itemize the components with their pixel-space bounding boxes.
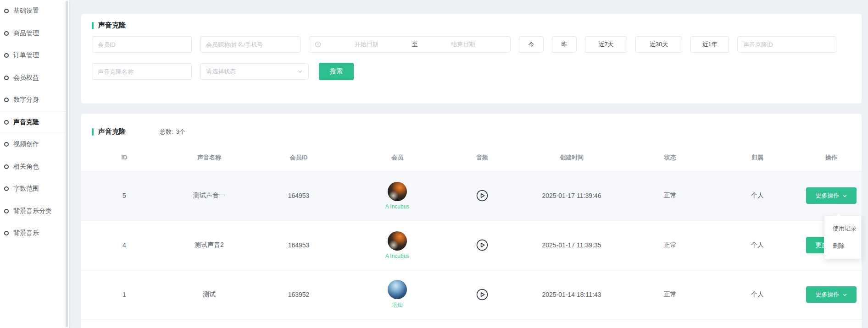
cell-voice-name: 测试声音2: [168, 220, 250, 270]
cell-voice-name: 测试: [168, 270, 250, 319]
sidebar-item-bgm[interactable]: 背景音乐: [0, 222, 69, 245]
table-card-title: 声音克隆 总数: 3个: [81, 127, 862, 136]
sidebar-scrollbar[interactable]: [66, 1, 68, 327]
filter-card-title: 声音克隆: [92, 21, 851, 30]
date-separator: 至: [412, 40, 418, 49]
start-date-placeholder: 开始日期: [325, 40, 408, 49]
end-date-placeholder: 结束日期: [422, 40, 505, 49]
quick-date-yesterday-button[interactable]: 昨: [552, 36, 577, 53]
cell-created: 2025-01-14 18:11:43: [517, 270, 627, 319]
play-icon: [476, 239, 488, 251]
play-audio-button[interactable]: [476, 239, 488, 251]
cell-id: 5: [81, 171, 168, 220]
cell-voice-name: 测试声音一: [168, 171, 250, 220]
cell-actions: 更多操作: [801, 270, 862, 319]
status-select[interactable]: 请选择状态: [200, 63, 309, 80]
cell-owner: 个人: [714, 171, 801, 220]
sidebar-item-label: 商品管理: [13, 29, 39, 38]
cell-id: 1: [81, 270, 168, 319]
cell-member-id: 164953: [250, 220, 347, 270]
sidebar-item-word-count-range[interactable]: 字数范围: [0, 178, 69, 200]
radio-circle-icon: [4, 186, 9, 191]
filter-row-2: 请选择状态 搜索: [92, 63, 851, 80]
sidebar-item-video-creation[interactable]: 视频创作: [0, 133, 69, 156]
voice-clone-table: ID 声音名称 会员ID 会员 音频 创建时间 状态 归属 操作 5 测试声音一…: [81, 144, 862, 320]
cell-audio: [448, 220, 517, 270]
quick-date-today-button[interactable]: 今: [519, 36, 544, 53]
play-icon: [476, 289, 488, 301]
total-value: 3个: [176, 128, 185, 136]
cell-member: A Incubus: [347, 171, 448, 220]
more-actions-label: 更多操作: [816, 191, 840, 200]
chevron-down-icon: [842, 193, 847, 198]
sidebar-item-label: 数字分身: [13, 96, 39, 104]
member-name: 培灿: [392, 301, 403, 309]
play-icon: [476, 190, 488, 202]
radio-circle-icon: [4, 76, 9, 80]
sidebar-item-member-benefits[interactable]: 会员权益: [0, 67, 69, 89]
quick-date-30days-button[interactable]: 近30天: [635, 36, 682, 53]
filter-row-1: 开始日期 至 结束日期 今 昨 近7天 近30天 近1年: [92, 36, 851, 53]
member-id-input[interactable]: [92, 36, 192, 53]
sidebar-item-label: 会员权益: [13, 74, 39, 82]
sidebar-item-digital-avatar[interactable]: 数字分身: [0, 89, 69, 111]
member-link[interactable]: A Incubus: [385, 182, 410, 210]
sidebar-item-order-management[interactable]: 订单管理: [0, 44, 69, 67]
dropdown-item-delete[interactable]: 删除: [824, 237, 861, 255]
col-header-voice-name: 声音名称: [168, 144, 250, 171]
main-content: 声音克隆 开始日期 至 结束日期 今 昨 近7天 近30天 近1年 请选择状: [69, 0, 868, 328]
sidebar-item-voice-clone[interactable]: 声音克隆: [0, 111, 69, 134]
radio-circle-icon: [4, 231, 9, 235]
more-actions-label: 更多操作: [816, 290, 840, 299]
sidebar-item-label: 背景音乐分类: [13, 207, 52, 215]
more-actions-button[interactable]: 更多操作: [806, 187, 857, 204]
table-title: 声音克隆: [98, 127, 126, 136]
sidebar-item-basic-settings[interactable]: 基础设置: [0, 0, 69, 22]
chevron-down-icon: [842, 292, 847, 297]
voice-clone-table-card: 声音克隆 总数: 3个 ID 声音名称 会员ID 会员 音频 创建时间: [81, 114, 862, 328]
quick-date-7days-button[interactable]: 近7天: [585, 36, 627, 53]
cell-id: 4: [81, 220, 168, 270]
title-accent-bar: [92, 22, 94, 29]
play-audio-button[interactable]: [476, 190, 488, 202]
sidebar-item-bgm-category[interactable]: 背景音乐分类: [0, 200, 69, 223]
cell-status: 正常: [627, 171, 714, 220]
col-header-audio: 音频: [448, 144, 517, 171]
cell-audio: [448, 270, 517, 319]
member-avatar: [388, 231, 407, 251]
table-row: 4 测试声音2 164953 A Incubus: [81, 220, 862, 270]
quick-date-1year-button[interactable]: 近1年: [690, 36, 729, 53]
radio-circle-icon: [4, 31, 9, 36]
sidebar-item-related-roles[interactable]: 相关角色: [0, 156, 69, 178]
status-select-placeholder: 请选择状态: [206, 67, 236, 76]
play-audio-button[interactable]: [476, 289, 488, 301]
cell-status: 正常: [627, 270, 714, 319]
sidebar-item-label: 订单管理: [13, 51, 39, 60]
sidebar-item-label: 相关角色: [13, 163, 39, 171]
voice-clone-id-input[interactable]: [737, 36, 836, 53]
sidebar-item-label: 声音克隆: [13, 118, 39, 126]
more-actions-dropdown: 使用记录 删除: [824, 215, 862, 259]
table-row: 1 测试 163952 培灿: [81, 270, 862, 319]
table-header-row: ID 声音名称 会员ID 会员 音频 创建时间 状态 归属 操作: [81, 144, 862, 171]
title-accent-bar: [92, 128, 94, 136]
search-button[interactable]: 搜索: [319, 63, 354, 80]
cell-owner: 个人: [714, 270, 801, 319]
member-name-input[interactable]: [200, 36, 300, 53]
voice-clone-name-input[interactable]: [92, 63, 192, 80]
dropdown-item-usage-records[interactable]: 使用记录: [824, 220, 861, 237]
more-actions-button[interactable]: 更多操作: [806, 286, 857, 303]
sidebar-item-product-management[interactable]: 商品管理: [0, 22, 69, 45]
cell-member: 培灿: [347, 270, 448, 319]
cell-actions: 更多操作: [801, 171, 862, 220]
col-header-id: ID: [81, 144, 168, 171]
radio-circle-icon: [4, 9, 9, 13]
member-link[interactable]: 培灿: [388, 280, 407, 309]
radio-circle-icon: [4, 120, 9, 125]
member-link[interactable]: A Incubus: [385, 231, 410, 259]
sidebar-item-label: 视频创作: [13, 140, 39, 148]
date-range-picker[interactable]: 开始日期 至 结束日期: [309, 36, 511, 53]
sidebar-item-label: 字数范围: [13, 185, 39, 193]
member-name: A Incubus: [385, 203, 410, 210]
cell-member-id: 164953: [250, 171, 347, 220]
